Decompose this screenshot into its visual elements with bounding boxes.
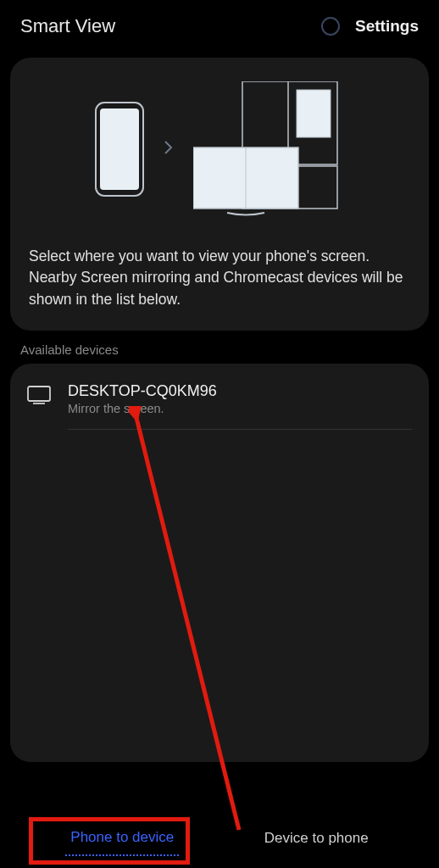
device-subtitle: Mirror the screen. xyxy=(68,402,412,415)
monitor-icon xyxy=(27,386,51,404)
header: Smart View Settings xyxy=(0,0,439,49)
loading-spinner-icon xyxy=(321,17,340,36)
bottom-tabs: Phone to device Device to phone xyxy=(0,821,439,856)
intro-card: Select where you want to view your phone… xyxy=(10,58,429,331)
header-actions: Settings xyxy=(321,17,419,36)
svg-rect-1 xyxy=(100,108,139,190)
annotation-arrow-icon xyxy=(129,406,264,847)
device-text: DESKTOP-CQ0KM96 Mirror the screen. xyxy=(68,382,412,415)
svg-rect-4 xyxy=(297,90,331,137)
svg-rect-8 xyxy=(28,387,50,401)
device-list: DESKTOP-CQ0KM96 Mirror the screen. xyxy=(10,364,429,762)
devices-icon xyxy=(193,81,344,217)
available-devices-label: Available devices xyxy=(20,342,419,357)
intro-description: Select where you want to view your phone… xyxy=(29,246,410,310)
tab-device-to-phone[interactable]: Device to phone xyxy=(259,821,374,855)
divider xyxy=(68,429,412,430)
page-title: Smart View xyxy=(20,15,115,37)
tab-phone-to-device[interactable]: Phone to device xyxy=(65,821,179,856)
device-row[interactable]: DESKTOP-CQ0KM96 Mirror the screen. xyxy=(27,376,412,429)
device-name: DESKTOP-CQ0KM96 xyxy=(68,382,412,400)
chevron-right-icon xyxy=(164,141,173,159)
illustration xyxy=(29,81,410,217)
settings-button[interactable]: Settings xyxy=(355,17,419,36)
phone-icon xyxy=(95,102,144,197)
svg-line-10 xyxy=(136,415,239,830)
